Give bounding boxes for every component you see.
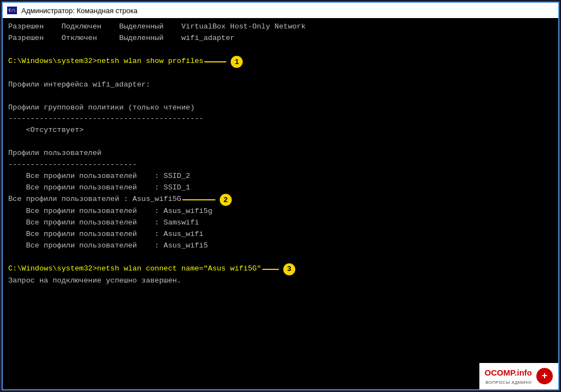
line-text: <Отсутствует>: [8, 125, 84, 136]
line-text: Разрешен Отключен Выделенный wifi_adapte…: [8, 33, 234, 44]
console-line: Профили пользователей: [8, 148, 553, 159]
window-title: Администратор: Командная строка: [21, 7, 138, 15]
annotation-badge-2: 2: [220, 194, 232, 206]
line-text: Все профили пользователей : Asus_wifi: [8, 229, 203, 240]
ocomp-logo: OCOMP.info: [485, 366, 532, 379]
console-line: Профили групповой политики (только чтени…: [8, 102, 553, 114]
console-line: Разрешен Подключен Выделенный VirtualBox…: [8, 21, 553, 33]
cmd-line-text: C:\Windows\system32>netsh wlan connect n…: [8, 263, 261, 275]
annotated-line-1: C:\Windows\system32>netsh wlan show prof…: [8, 56, 553, 68]
console-line: Разрешен Отключен Выделенный wifi_adapte…: [8, 33, 553, 44]
console-line: Все профили пользователей : SSID_1: [8, 182, 553, 194]
console-line: -----------------------------: [8, 159, 553, 171]
console-line: Все профили пользователей : Asus_wifi5g: [8, 206, 553, 217]
console-line-empty: [8, 136, 553, 148]
title-bar: C:\ Администратор: Командная строка: [3, 3, 558, 18]
line-text: Профили групповой политики (только чтени…: [8, 102, 194, 114]
annotated-line-3: C:\Windows\system32>netsh wlan connect n…: [8, 263, 553, 275]
console-line-empty: [8, 68, 553, 79]
line-text: -----------------------------: [8, 159, 137, 171]
annotation-line-2: [182, 199, 215, 200]
cmd-window: C:\ Администратор: Командная строка Разр…: [2, 2, 559, 390]
console-line: Профили интерфейса wifi_adapter:: [8, 79, 553, 91]
console-line: Все профили пользователей : Asus_wifi: [8, 229, 553, 240]
line-text: Разрешен Подключен Выделенный VirtualBox…: [8, 21, 306, 33]
annotation-line-1: [204, 61, 226, 62]
line-text: Профили пользователей: [8, 148, 101, 159]
console-line: Все профили пользователей : Samswifi: [8, 217, 553, 229]
line-text: Все профили пользователей : Asus_wifi5: [8, 240, 208, 252]
console-line-empty: [8, 252, 553, 263]
annotation-badge-1: 1: [231, 56, 243, 68]
console-line: <Отсутствует>: [8, 125, 553, 136]
console-line-empty: [8, 91, 553, 102]
line-text: Все профили пользователей : Asus_wifi5G: [8, 194, 181, 205]
line-text: ----------------------------------------…: [8, 113, 203, 125]
window-icon: C:\: [7, 7, 17, 14]
line-text: Профили интерфейса wifi_adapter:: [8, 79, 150, 91]
console-line: Запрос на подключение успешно завершен.: [8, 275, 553, 287]
annotation-line-3: [262, 269, 279, 270]
console-line: Все профили пользователей : SSID_2: [8, 171, 553, 182]
annotation-badge-3: 3: [283, 263, 295, 275]
ocomp-badge: OCOMP.info ВОПРОСЫ АДМИНУ +: [479, 363, 558, 389]
console-area: Разрешен Подключен Выделенный VirtualBox…: [3, 18, 558, 389]
console-line: Все профили пользователей : Asus_wifi5: [8, 240, 553, 252]
line-text: Все профили пользователей : SSID_2: [8, 171, 190, 182]
ocomp-subtitle: ВОПРОСЫ АДМИНУ: [485, 379, 532, 386]
ocomp-plus-icon: +: [536, 368, 553, 384]
line-text: Все профили пользователей : Asus_wifi5g: [8, 206, 213, 217]
console-line-empty: [8, 44, 553, 56]
ocomp-text-group: OCOMP.info ВОПРОСЫ АДМИНУ: [485, 366, 532, 386]
cmd-line-text: C:\Windows\system32>netsh wlan show prof…: [8, 56, 203, 67]
line-text: Запрос на подключение успешно завершен.: [8, 275, 181, 287]
annotated-line-2: Все профили пользователей : Asus_wifi5G …: [8, 194, 553, 206]
console-line: ----------------------------------------…: [8, 113, 553, 125]
line-text: Все профили пользователей : Samswifi: [8, 217, 199, 229]
line-text: Все профили пользователей : SSID_1: [8, 182, 190, 194]
